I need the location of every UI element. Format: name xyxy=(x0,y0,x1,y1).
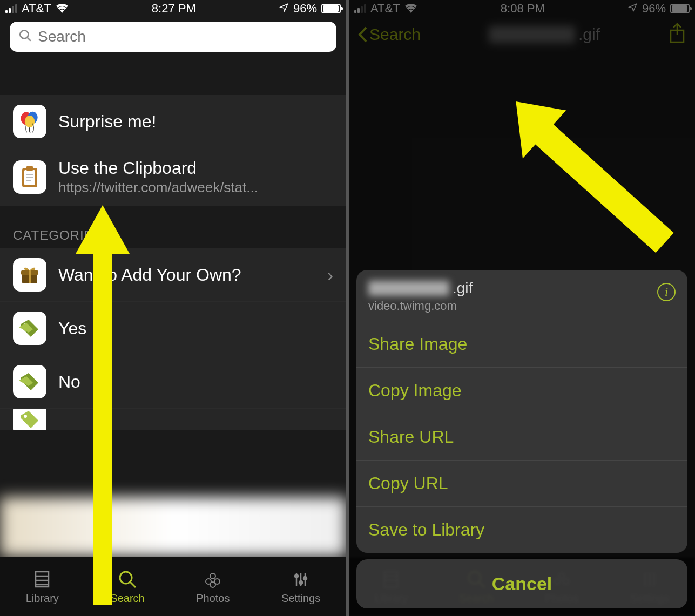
search-icon xyxy=(18,29,32,45)
svg-point-23 xyxy=(210,573,215,579)
wifi-icon xyxy=(56,4,69,13)
sheet-save-library[interactable]: Save to Library xyxy=(356,507,687,553)
chevron-right-icon: › xyxy=(327,265,333,286)
sheet-copy-image[interactable]: Copy Image xyxy=(356,368,687,414)
sheet-header: .gif video.twimg.com i xyxy=(356,270,687,321)
tab-search[interactable]: Search xyxy=(110,568,144,605)
clipboard-title: Use the Clipboard xyxy=(58,158,258,178)
yes-label: Yes xyxy=(58,319,86,339)
status-time: 8:27 PM xyxy=(152,2,196,16)
categories-header: CATEGORIES xyxy=(0,206,346,248)
action-sheet: .gif video.twimg.com i Share Image Copy … xyxy=(356,270,687,553)
ad-banner xyxy=(0,497,346,557)
sheet-filename: .gif xyxy=(368,280,676,297)
info-icon[interactable]: i xyxy=(657,283,676,301)
svg-rect-13 xyxy=(29,270,31,283)
signal-icon xyxy=(5,4,17,13)
sheet-share-url[interactable]: Share URL xyxy=(356,414,687,461)
svg-line-1 xyxy=(27,37,31,41)
tab-label: Library xyxy=(26,592,59,605)
add-own-row[interactable]: Want to Add Your Own? › xyxy=(0,248,346,302)
balloons-icon xyxy=(13,105,46,138)
gift-icon xyxy=(13,258,46,292)
tab-label: Search xyxy=(110,592,144,605)
screenshot-right: AT&T 8:08 PM 96% Search .gif Libra xyxy=(349,0,695,616)
tab-label: Settings xyxy=(281,592,320,605)
tab-settings[interactable]: Settings xyxy=(281,568,320,605)
svg-point-28 xyxy=(295,574,298,578)
svg-point-0 xyxy=(20,30,28,38)
location-icon xyxy=(279,2,289,16)
action-sheet-overlay[interactable]: .gif video.twimg.com i Share Image Copy … xyxy=(349,0,695,616)
tab-bar: Library Search Photos Settings xyxy=(0,557,346,616)
clipboard-icon xyxy=(13,160,46,194)
add-own-label: Want to Add Your Own? xyxy=(58,265,241,285)
sheet-cancel[interactable]: Cancel xyxy=(356,559,687,608)
svg-point-21 xyxy=(120,572,132,584)
svg-point-30 xyxy=(299,581,302,584)
clipboard-row[interactable]: Use the Clipboard https://twitter.com/ad… xyxy=(0,148,346,206)
tab-photos[interactable]: Photos xyxy=(196,568,230,605)
no-label: No xyxy=(58,372,80,392)
category-no-row[interactable]: No xyxy=(0,355,346,409)
svg-point-26 xyxy=(210,582,215,587)
tag-icon xyxy=(13,312,46,345)
category-yes-row[interactable]: Yes xyxy=(0,302,346,355)
carrier-label: AT&T xyxy=(22,2,51,16)
tab-library[interactable]: Library xyxy=(26,568,59,605)
search-input[interactable] xyxy=(10,22,336,52)
screenshot-left: AT&T 8:27 PM 96% xyxy=(0,0,346,616)
surprise-me-row[interactable]: Surprise me! xyxy=(0,95,346,148)
tab-label: Photos xyxy=(196,592,230,605)
category-row-partial[interactable] xyxy=(0,409,346,430)
sheet-host: video.twimg.com xyxy=(368,299,676,313)
sheet-copy-url[interactable]: Copy URL xyxy=(356,461,687,507)
status-bar: AT&T 8:27 PM 96% xyxy=(0,0,346,17)
surprise-label: Surprise me! xyxy=(58,112,156,132)
battery-pct: 96% xyxy=(293,2,317,16)
search-field[interactable] xyxy=(38,28,328,45)
battery-icon xyxy=(321,4,341,13)
tag-icon xyxy=(13,365,46,398)
sheet-share-image[interactable]: Share Image xyxy=(356,321,687,368)
tag-icon xyxy=(13,409,46,430)
svg-point-16 xyxy=(24,415,27,418)
svg-point-32 xyxy=(303,577,307,580)
clipboard-url: https://twitter.com/adweek/stat... xyxy=(58,179,258,196)
svg-line-22 xyxy=(130,582,136,587)
svg-rect-7 xyxy=(26,166,33,171)
